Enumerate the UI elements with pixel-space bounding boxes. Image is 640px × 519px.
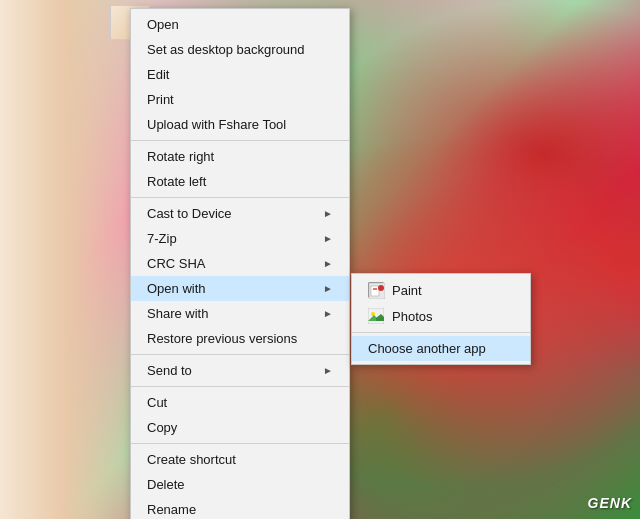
divider-2 <box>131 197 349 198</box>
menu-item-create-shortcut[interactable]: Create shortcut <box>131 447 349 472</box>
arrow-icon: ► <box>323 283 333 294</box>
submenu-item-choose-another[interactable]: Choose another app <box>352 336 530 361</box>
photos-icon <box>368 308 384 324</box>
menu-item-cut[interactable]: Cut <box>131 390 349 415</box>
svg-rect-1 <box>371 286 379 296</box>
arrow-icon: ► <box>323 365 333 376</box>
menu-item-7zip[interactable]: 7-Zip ► <box>131 226 349 251</box>
menu-item-restore-prev[interactable]: Restore previous versions <box>131 326 349 351</box>
menu-item-rotate-left[interactable]: Rotate left <box>131 169 349 194</box>
arrow-icon: ► <box>323 308 333 319</box>
arrow-icon: ► <box>323 233 333 244</box>
arrow-icon: ► <box>323 258 333 269</box>
divider-4 <box>131 386 349 387</box>
submenu-item-paint[interactable]: Paint <box>352 277 530 303</box>
menu-item-copy[interactable]: Copy <box>131 415 349 440</box>
menu-item-open-with[interactable]: Open with ► Paint <box>131 276 349 301</box>
divider-3 <box>131 354 349 355</box>
menu-item-delete[interactable]: Delete <box>131 472 349 497</box>
svg-point-3 <box>378 285 384 291</box>
menu-item-send-to[interactable]: Send to ► <box>131 358 349 383</box>
context-menu: Open Set as desktop background Edit Prin… <box>130 8 350 519</box>
menu-item-cast-to-device[interactable]: Cast to Device ► <box>131 201 349 226</box>
menu-item-open[interactable]: Open <box>131 12 349 37</box>
menu-item-edit[interactable]: Edit <box>131 62 349 87</box>
submenu-item-photos[interactable]: Photos <box>352 303 530 329</box>
divider-1 <box>131 140 349 141</box>
menu-item-rotate-right[interactable]: Rotate right <box>131 144 349 169</box>
menu-item-upload-fshare[interactable]: Upload with Fshare Tool <box>131 112 349 137</box>
menu-item-print[interactable]: Print <box>131 87 349 112</box>
menu-item-crc-sha[interactable]: CRC SHA ► <box>131 251 349 276</box>
submenu-divider <box>352 332 530 333</box>
menu-item-share-with[interactable]: Share with ► <box>131 301 349 326</box>
paint-icon <box>368 282 384 298</box>
divider-5 <box>131 443 349 444</box>
menu-item-rename[interactable]: Rename <box>131 497 349 519</box>
arrow-icon: ► <box>323 208 333 219</box>
menu-item-set-desktop[interactable]: Set as desktop background <box>131 37 349 62</box>
watermark: GENK <box>588 495 632 511</box>
open-with-submenu: Paint Photos Choose another app <box>351 273 531 365</box>
